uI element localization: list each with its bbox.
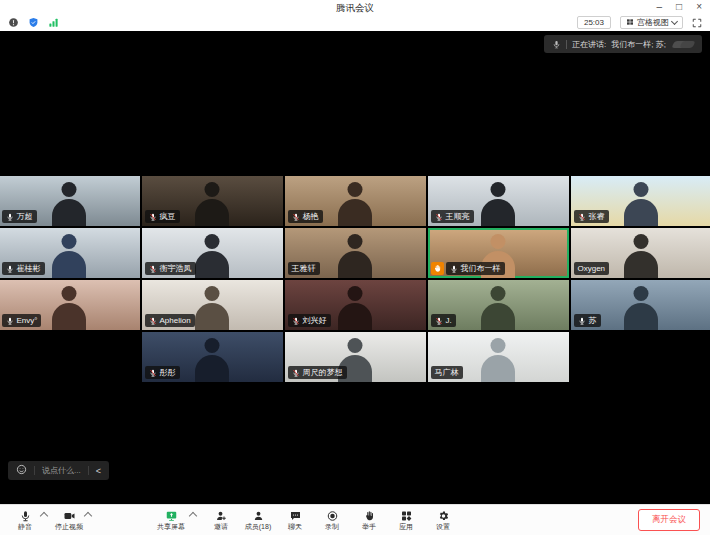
microphone-icon — [19, 510, 32, 522]
close-button[interactable]: × — [696, 0, 702, 14]
share-options-chevron-icon[interactable] — [189, 511, 197, 519]
participant-avatar — [52, 199, 86, 226]
participant-avatar — [338, 303, 372, 330]
apps-button[interactable]: 应用 — [391, 510, 421, 530]
participant-name-tag: 万超 — [2, 210, 37, 223]
stop-video-button[interactable]: 停止视频 — [54, 510, 84, 530]
participant-avatar — [624, 199, 658, 226]
fullscreen-icon[interactable] — [692, 18, 702, 28]
divider — [34, 466, 35, 475]
maximize-button[interactable]: □ — [676, 0, 682, 14]
participant-tile[interactable]: 马广林 — [428, 332, 569, 382]
meeting-info-icon[interactable] — [8, 17, 19, 28]
participant-avatar — [348, 286, 363, 301]
invite-person-icon — [215, 510, 228, 522]
participant-tag-row: 周尺的梦想 — [288, 366, 347, 379]
gear-icon — [437, 510, 450, 522]
chat-button[interactable]: 聊天 — [280, 510, 310, 530]
chat-bubble-icon — [289, 510, 302, 522]
participant-tile[interactable]: 杨艳 — [285, 176, 426, 226]
chevron-down-icon — [671, 18, 678, 25]
participant-name-tag: 疯豆 — [145, 210, 180, 223]
participant-name: Aphelion — [160, 315, 191, 326]
participant-name: 彤彤 — [160, 367, 176, 378]
record-button[interactable]: 录制 — [317, 510, 347, 530]
participant-tile[interactable]: Envy° — [0, 280, 140, 330]
mic-on-icon — [6, 265, 14, 273]
invite-button[interactable]: 邀请 — [206, 510, 236, 530]
participant-tile[interactable]: Oxygen — [571, 228, 710, 278]
participant-avatar — [62, 234, 77, 249]
participant-name-tag: 周尺的梦想 — [288, 366, 347, 379]
participant-name: Envy° — [17, 315, 38, 326]
participant-tile[interactable]: 彤彤 — [142, 332, 283, 382]
participant-tag-row: 王顺亮 — [431, 210, 474, 223]
participant-tag-row: 杨艳 — [288, 210, 323, 223]
participant-tag-row: Aphelion — [145, 314, 195, 327]
stop-video-label: 停止视频 — [55, 523, 83, 530]
participant-name-tag: 衡宇浩凤 — [145, 262, 196, 275]
emoji-smiley-icon[interactable] — [16, 464, 27, 477]
camera-options-chevron-icon[interactable] — [84, 511, 92, 519]
participant-tile[interactable]: 王雅轩 — [285, 228, 426, 278]
window-controls: – □ × — [657, 0, 702, 14]
participant-tag-row: 万超 — [2, 210, 37, 223]
participant-tag-row: 衡宇浩凤 — [145, 262, 196, 275]
apps-grid-icon — [400, 510, 413, 522]
participant-tile[interactable]: 周尺的梦想 — [285, 332, 426, 382]
settings-button[interactable]: 设置 — [428, 510, 458, 530]
participant-avatar — [195, 199, 229, 226]
participant-name: 王雅轩 — [292, 263, 316, 274]
participant-name-tag: 刘兴好 — [288, 314, 331, 327]
participant-tile[interactable]: 万超 — [0, 176, 140, 226]
participant-tile[interactable]: 我们布一样 — [428, 228, 569, 278]
mute-button[interactable]: 静音 — [10, 510, 40, 530]
participant-name: 杨艳 — [303, 211, 319, 222]
participant-avatar — [634, 286, 649, 301]
mic-muted-icon — [435, 317, 443, 325]
record-circle-icon — [326, 510, 339, 522]
view-controls: 25:03 宫格视图 — [577, 16, 702, 29]
participant-tile[interactable]: 衡宇浩凤 — [142, 228, 283, 278]
top-status-bar: 25:03 宫格视图 — [0, 14, 710, 31]
participant-tile[interactable]: 苏 — [571, 280, 710, 330]
participant-tag-row: 彤彤 — [145, 366, 180, 379]
participant-avatar — [205, 182, 220, 197]
participant-tag-row: 王雅轩 — [288, 262, 320, 275]
chat-quick-bar[interactable]: 说点什么... < — [8, 461, 109, 480]
video-grid: 万超疯豆杨艳王顺亮张睿崔桂彬衡宇浩凤王雅轩我们布一样OxygenEnvy°Aph… — [0, 176, 710, 382]
chat-input-placeholder[interactable]: 说点什么... — [42, 465, 81, 476]
leave-meeting-button[interactable]: 离开会议 — [638, 509, 700, 531]
participant-name: 周尺的梦想 — [303, 367, 343, 378]
participant-tile[interactable]: 崔桂彬 — [0, 228, 140, 278]
members-button[interactable]: 成员(18) — [243, 510, 273, 530]
participant-tile[interactable]: 刘兴好 — [285, 280, 426, 330]
members-label: 成员(18) — [245, 523, 271, 530]
participant-name-tag: 苏 — [574, 314, 601, 327]
settings-label: 设置 — [436, 523, 450, 530]
participant-tile[interactable]: 张睿 — [571, 176, 710, 226]
participant-tag-row: Oxygen — [574, 262, 610, 275]
layout-view-switcher[interactable]: 宫格视图 — [620, 16, 683, 29]
speaker-waveform-decoration — [673, 41, 694, 48]
minimize-button[interactable]: – — [657, 0, 663, 14]
security-shield-icon[interactable] — [28, 17, 39, 28]
participant-tag-row: Envy° — [2, 314, 42, 327]
participant-tile[interactable]: 王顺亮 — [428, 176, 569, 226]
participant-tag-row: 苏 — [574, 314, 601, 327]
participant-name: 张睿 — [589, 211, 605, 222]
title-bar: 腾讯会议 – □ × — [0, 0, 710, 14]
collapse-chat-button[interactable]: < — [96, 466, 101, 476]
participant-tile[interactable]: J. — [428, 280, 569, 330]
raise-hand-button[interactable]: 举手 — [354, 510, 384, 530]
mic-options-chevron-icon[interactable] — [40, 511, 48, 519]
participant-name-tag: 彤彤 — [145, 366, 180, 379]
participant-name-tag: Aphelion — [145, 314, 195, 327]
camera-icon — [63, 510, 76, 522]
participant-tile[interactable]: Aphelion — [142, 280, 283, 330]
share-screen-button[interactable]: 共享屏幕 — [156, 510, 186, 530]
speaking-prefix: 正在讲话: — [572, 39, 606, 50]
participant-tile[interactable]: 疯豆 — [142, 176, 283, 226]
participant-avatar — [481, 303, 515, 330]
participant-avatar — [62, 182, 77, 197]
